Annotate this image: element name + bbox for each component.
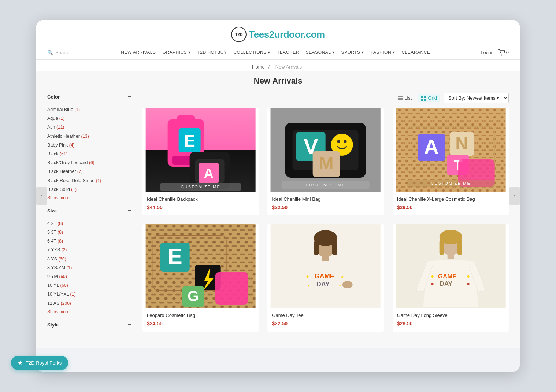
product-price-2: $22.50 bbox=[272, 204, 379, 210]
loyalty-button[interactable]: ★ T2D Royal Perks bbox=[36, 356, 68, 370]
product-price-5: $22.50 bbox=[272, 321, 379, 326]
svg-rect-8 bbox=[424, 99, 426, 101]
nav-item-new-arrivals[interactable]: NEW ARRIVALS bbox=[121, 50, 156, 55]
breadcrumb-current: New Arrivals bbox=[275, 64, 302, 70]
filter-color-admiral-blue[interactable]: Admiral Blue (1) bbox=[47, 105, 131, 114]
product-card-2[interactable]: V M CUSTOMIZE ME bbox=[267, 108, 383, 215]
filter-color-black-grey-leopard[interactable]: Black/Grey Leopard (6) bbox=[47, 158, 131, 167]
color-filter-label: Color bbox=[47, 94, 60, 100]
product-card-3[interactable]: A N T CUSTOMIZE ME bbox=[393, 108, 509, 215]
list-view-btn[interactable]: List bbox=[395, 94, 415, 102]
svg-rect-11 bbox=[177, 115, 195, 123]
cart-icon[interactable]: 0 bbox=[498, 49, 509, 56]
cart-count: 0 bbox=[506, 50, 509, 55]
filter-color-aqua[interactable]: Aqua (1) bbox=[47, 114, 131, 123]
filter-size-7-yxs[interactable]: 7 YXS (2) bbox=[47, 245, 131, 254]
product-name-1: Ideal Chenille Backpack bbox=[147, 196, 254, 203]
site-logo-text[interactable]: Tees2urdoor.com bbox=[249, 29, 325, 40]
logo-row: T2D Tees2urdoor.com bbox=[47, 20, 509, 46]
logo-icon: T2D bbox=[231, 27, 247, 42]
right-nav-arrow[interactable]: › bbox=[509, 187, 520, 205]
svg-text:CUSTOMIZE ME: CUSTOMIZE ME bbox=[181, 185, 220, 189]
svg-rect-66 bbox=[332, 241, 337, 255]
color-filter-header: Color − bbox=[47, 93, 131, 102]
filter-color-black-heather[interactable]: Black Heather (7) bbox=[47, 167, 131, 176]
product-card-6[interactable]: GAME DAY Game Day Long Sleeve $28.50 bbox=[393, 224, 509, 332]
product-info-6: Game Day Long Sleeve $28.50 bbox=[393, 308, 509, 332]
breadcrumb-home[interactable]: Home bbox=[252, 64, 265, 70]
svg-rect-67 bbox=[322, 254, 329, 261]
filter-color-black-solid[interactable]: Black Solid (1) bbox=[47, 185, 131, 194]
product-name-4: Leopard Cosmetic Bag bbox=[147, 312, 254, 319]
left-nav-arrow[interactable]: ‹ bbox=[36, 187, 47, 205]
nav-item-graphics[interactable]: GRAPHICS ▾ bbox=[162, 50, 190, 55]
filter-color-ash[interactable]: Ash (11) bbox=[47, 123, 131, 132]
nav-item-t2d-hotbuy[interactable]: T2D HOTBUY bbox=[197, 50, 227, 55]
filter-size-11-as[interactable]: 11 AS (200) bbox=[47, 299, 131, 308]
sort-select[interactable]: Sort By: Newest Items ▾ bbox=[444, 93, 509, 103]
product-image-1: E A CUSTOMIZE ME bbox=[142, 108, 259, 192]
svg-rect-6 bbox=[424, 96, 426, 98]
search-placeholder: Search bbox=[55, 50, 70, 55]
nav-row: 🔍 Search NEW ARRIVALS GRAPHICS ▾ T2D HOT… bbox=[47, 46, 509, 59]
filter-size-4-2t[interactable]: 4 2T (8) bbox=[47, 219, 131, 228]
svg-text:GAME: GAME bbox=[315, 273, 334, 280]
product-info-5: Game Day Tee $22.50 bbox=[267, 308, 383, 332]
filter-size-6-4t[interactable]: 6 4T (8) bbox=[47, 237, 131, 245]
main-nav: NEW ARRIVALS GRAPHICS ▾ T2D HOTBUY COLLE… bbox=[70, 50, 481, 55]
product-image-6: GAME DAY bbox=[393, 224, 509, 308]
color-filter-toggle[interactable]: − bbox=[127, 93, 131, 101]
filter-size-5-3t[interactable]: 5 3T (8) bbox=[47, 228, 131, 237]
svg-point-28 bbox=[337, 140, 340, 143]
nav-item-collections[interactable]: COLLECTIONS ▾ bbox=[233, 50, 270, 55]
product-info-2: Ideal Chenille Mini Bag $22.50 bbox=[267, 192, 383, 215]
svg-text:G: G bbox=[188, 288, 199, 304]
svg-text:GAME: GAME bbox=[438, 273, 456, 280]
filter-size-8-ys-ym[interactable]: 8 YS/YM (1) bbox=[47, 263, 131, 272]
svg-point-0 bbox=[501, 55, 502, 56]
style-filter-toggle[interactable]: − bbox=[127, 321, 131, 329]
svg-rect-65 bbox=[314, 241, 319, 255]
grid-label: Grid bbox=[428, 95, 437, 101]
product-price-3: $29.50 bbox=[397, 204, 504, 210]
product-name-2: Ideal Chenille Mini Bag bbox=[272, 196, 379, 203]
product-card-5[interactable]: GAME DAY ★ ★ ✦ ✦ Game Day Tee bbox=[267, 224, 383, 332]
svg-rect-80 bbox=[447, 253, 454, 259]
filter-size-10-yl[interactable]: 10 YL (60) bbox=[47, 281, 131, 290]
filter-size-8-ys[interactable]: 8 YS (60) bbox=[47, 255, 131, 263]
filter-color-athletic-heather[interactable]: Athletic Heather (13) bbox=[47, 132, 131, 141]
nav-item-teacher[interactable]: TEACHER bbox=[277, 50, 299, 55]
svg-text:E: E bbox=[184, 131, 195, 150]
filter-size-9-ym[interactable]: 9 YM (60) bbox=[47, 272, 131, 281]
size-show-more[interactable]: Show more bbox=[47, 309, 131, 314]
svg-point-84 bbox=[431, 283, 433, 285]
search-area[interactable]: 🔍 Search bbox=[47, 50, 70, 55]
filter-color-black[interactable]: Black (61) bbox=[47, 149, 131, 158]
list-label: List bbox=[404, 95, 412, 101]
svg-text:✦: ✦ bbox=[338, 284, 341, 288]
product-card-1[interactable]: E A CUSTOMIZE ME Ide bbox=[142, 108, 259, 215]
filter-size-10-yl-yxl[interactable]: 10 YL/YXL (1) bbox=[47, 290, 131, 299]
size-filter-toggle[interactable]: − bbox=[127, 207, 131, 215]
product-name-3: Ideal Chenille X-Large Cosmetic Bag bbox=[397, 196, 504, 203]
filter-color-baby-pink[interactable]: Baby Pink (4) bbox=[47, 141, 131, 149]
login-link[interactable]: Log in bbox=[481, 50, 493, 55]
nav-item-seasonal[interactable]: SEASONAL ▾ bbox=[306, 50, 335, 55]
product-card-4[interactable]: E G Leopard Cosmetic Bag bbox=[142, 224, 259, 332]
svg-text:A: A bbox=[424, 135, 438, 158]
site-header: T2D Tees2urdoor.com 🔍 Search NEW ARRIVAL… bbox=[36, 20, 520, 60]
product-image-2: V M CUSTOMIZE ME bbox=[267, 108, 383, 192]
product-name-5: Game Day Tee bbox=[272, 312, 379, 319]
color-show-more[interactable]: Show more bbox=[47, 195, 131, 200]
grid-view-btn[interactable]: Grid bbox=[418, 94, 440, 102]
nav-item-clearance[interactable]: CLEARANCE bbox=[401, 50, 430, 55]
svg-point-83 bbox=[431, 275, 433, 278]
search-icon: 🔍 bbox=[47, 50, 53, 55]
nav-item-fashion[interactable]: FASHION ▾ bbox=[371, 50, 395, 55]
size-filter: Size − 4 2T (8) 5 3T (8) 6 4T (8) 7 YXS … bbox=[47, 207, 131, 314]
filter-color-black-rose-gold-stripe[interactable]: Black Rose Gold Stripe (1) bbox=[47, 176, 131, 185]
nav-item-sports[interactable]: SPORTS ▾ bbox=[341, 50, 364, 55]
svg-rect-61 bbox=[215, 272, 248, 305]
svg-text:A: A bbox=[204, 166, 214, 181]
style-filter: Style − bbox=[47, 321, 131, 330]
